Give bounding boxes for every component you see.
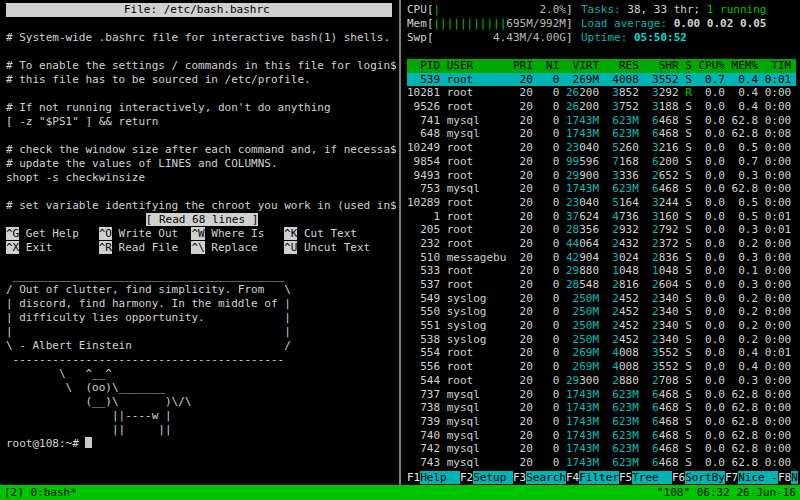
nano-shortcut-read-file: ^R Read File — [99, 241, 192, 255]
nano-line: # update the values of LINES and COLUMNS… — [6, 157, 398, 171]
nano-line — [6, 87, 398, 101]
spacer-row — [6, 255, 398, 269]
tmux-status-bar: [2] 0:bash* "108" 06:32 26-Jun-16 — [0, 485, 800, 500]
fnkey-f5-button[interactable]: F5Tree — [619, 471, 672, 484]
right-pane-htop[interactable]: CPU[| 2.0%] Mem[|||||||||||695M/992M] Sw… — [403, 0, 800, 485]
nano-shortcut-bar: ^G Get Help^O Write Out^W Where Is^K Cut… — [6, 227, 398, 255]
process-row[interactable]: 556 root 20 0 269M 4008 3552 S 0.0 0.4 0… — [407, 360, 796, 374]
process-row[interactable]: 753 mysql 20 0 1743M 623M 6468 S 0.0 62.… — [407, 182, 796, 196]
cowsay-line: \ - Albert Einstein / — [6, 339, 398, 353]
nano-line: # set variable identifying the chroot yo… — [6, 199, 398, 213]
nano-line — [6, 45, 398, 59]
process-row[interactable]: 550 syslog 20 0 250M 2452 2340 S 0.0 0.2… — [407, 305, 796, 319]
column-header-s[interactable]: S — [685, 59, 692, 72]
tmux-status-left: [2] 0:bash* — [4, 485, 77, 500]
fnkey-f6-button[interactable]: F6SortBy — [672, 471, 725, 484]
process-row[interactable]: 10289 root 20 0 23040 5164 3244 S 0.0 0.… — [407, 196, 796, 210]
tmux-pane-divider[interactable] — [399, 0, 401, 485]
nano-line — [6, 185, 398, 199]
meter-label: CPU — [407, 3, 427, 16]
column-header-mem[interactable]: MEM% — [732, 59, 759, 72]
shell-prompt: root@108:~# — [6, 437, 85, 450]
column-header-time[interactable]: TIM — [765, 59, 792, 72]
fnkey-f8-button[interactable]: F8N — [778, 471, 798, 484]
nano-line: shopt -s checkwinsize — [6, 171, 398, 185]
column-header-ni[interactable]: NI — [539, 59, 559, 72]
cowsay-line: (__)\ )\/\ — [6, 395, 398, 409]
column-header-shr[interactable]: SHR — [645, 59, 678, 72]
terminal-screen: GNU nano 2.5.3 File: /etc/bash.bashrc # … — [0, 0, 800, 500]
process-row[interactable]: 510 messagebu 20 0 42904 3024 2836 S 0.0… — [407, 251, 796, 265]
process-row[interactable]: 738 mysql 20 0 1743M 623M 6468 S 0.0 62.… — [407, 401, 796, 415]
cowsay-line: | discord, find harmony. In the middle o… — [6, 297, 398, 311]
process-table-header[interactable]: PID USER PRI NI VIRT RES SHR S CPU% MEM%… — [407, 59, 796, 73]
shortcut-key-icon: ^U — [284, 241, 297, 254]
process-row[interactable]: 10249 root 20 0 23040 5260 3216 S 0.0 0.… — [407, 141, 796, 155]
column-header-user[interactable]: USER — [447, 59, 507, 72]
process-row[interactable]: 232 root 20 0 44064 2432 2372 S 0.0 0.2 … — [407, 237, 796, 251]
fnkey-f3-button[interactable]: F3Search — [513, 471, 566, 484]
htop-header-area: CPU[| 2.0%] Mem[|||||||||||695M/992M] Sw… — [407, 3, 800, 59]
shortcut-key-icon: ^\ — [191, 241, 204, 254]
process-row[interactable]: 551 syslog 20 0 250M 2452 2340 S 0.0 0.2… — [407, 319, 796, 333]
process-row[interactable]: 741 mysql 20 0 1743M 623M 6468 S 0.0 62.… — [407, 114, 796, 128]
process-row[interactable]: 1 root 20 0 37624 4736 3160 S 0.0 0.5 0:… — [407, 210, 796, 224]
nano-line: [ -z "$PS1" ] && return — [6, 115, 398, 129]
nano-shortcut-get-help: ^G Get Help — [6, 227, 99, 241]
process-row[interactable]: 9493 root 20 0 29900 3336 2652 S 0.0 0.3… — [407, 169, 796, 183]
nano-shortcut-where-is: ^W Where Is — [191, 227, 284, 241]
process-row[interactable]: 533 root 20 0 29880 1048 1048 S 0.0 0.1 … — [407, 264, 796, 278]
process-row[interactable]: 740 mysql 20 0 1743M 623M 6468 S 0.0 62.… — [407, 429, 796, 443]
load-average-label: Load average: — [581, 17, 674, 30]
column-header-virt[interactable]: VIRT — [566, 59, 599, 72]
cowsay-line: / Out of clutter, find simplicity. From … — [6, 283, 398, 297]
process-row[interactable]: 554 root 20 0 269M 4008 3552 S 0.0 0.4 0… — [407, 346, 796, 360]
process-row[interactable]: 739 mysql 20 0 1743M 623M 6468 S 0.0 62.… — [407, 415, 796, 429]
column-header-res[interactable]: RES — [606, 59, 639, 72]
fnkey-f1-button[interactable]: F1Help — [407, 471, 460, 484]
meter-value: 695M/992M — [506, 17, 566, 30]
shortcut-key-icon: ^K — [284, 227, 297, 240]
nano-app-title: GNU nano 2.5.3 — [46, 17, 152, 30]
process-row[interactable]: 544 root 20 0 29300 2880 2708 S 0.0 0.3 … — [407, 374, 796, 388]
process-row[interactable]: 9854 root 20 0 99596 7168 6200 S 0.0 0.7… — [407, 155, 796, 169]
process-row[interactable]: 737 mysql 20 0 1743M 623M 6468 S 0.0 62.… — [407, 388, 796, 402]
nano-line — [6, 129, 398, 143]
shortcut-key-icon: ^X — [6, 241, 19, 254]
nano-shortcut-row: ^X Exit^R Read File^\ Replace^U Uncut Te… — [6, 241, 398, 255]
left-pane-nano-shell[interactable]: GNU nano 2.5.3 File: /etc/bash.bashrc # … — [0, 0, 398, 485]
process-row[interactable]: 537 root 20 0 28548 2816 2604 S 0.0 0.3 … — [407, 278, 796, 292]
shell-prompt-row: root@108:~# — [6, 437, 398, 451]
nano-titlebar: GNU nano 2.5.3 File: /etc/bash.bashrc — [6, 3, 392, 17]
nano-shortcut-replace: ^\ Replace — [191, 241, 284, 255]
nano-line: # this file has to be sourced in /etc/pr… — [6, 73, 398, 87]
process-row[interactable]: 10281 root 20 0 26200 3852 3292 R 0.0 0.… — [407, 86, 796, 100]
process-row[interactable]: 743 mysql 20 0 1743M 623M 6468 S 0.0 62.… — [407, 456, 796, 470]
process-row[interactable]: 539 root 20 0 269M 4008 3552 S 0.7 0.4 0… — [407, 73, 796, 87]
column-header-cpu[interactable]: CPU% — [698, 59, 725, 72]
process-row[interactable]: 9526 root 20 0 26200 3752 3188 S 0.0 0.4… — [407, 100, 796, 114]
nano-buffer: # System-wide .bashrc file for interacti… — [6, 17, 398, 213]
meter-label: Swp — [407, 31, 427, 44]
fnkey-f2-button[interactable]: F2Setup — [460, 471, 513, 484]
nano-line: # System-wide .bashrc file for interacti… — [6, 31, 398, 45]
process-row[interactable]: 549 syslog 20 0 250M 2452 2340 S 0.0 0.2… — [407, 292, 796, 306]
process-row[interactable]: 205 root 20 0 28356 2932 2792 S 0.0 0.3 … — [407, 223, 796, 237]
nano-line: # check the window size after each comma… — [6, 143, 398, 157]
cowsay-line: ||----w | — [6, 409, 398, 423]
fnkey-f7-button[interactable]: F7Nice - — [725, 471, 778, 484]
tasks-value: 38, 33 thr; — [627, 3, 706, 16]
uptime-value: 05:50:52 — [634, 31, 687, 44]
nano-status-row: [ Read 68 lines ] — [6, 213, 398, 227]
process-row[interactable]: 538 syslog 20 0 250M 2452 2340 S 0.0 0.2… — [407, 333, 796, 347]
cowsay-output: ________________________________________… — [6, 269, 398, 437]
column-header-pid[interactable]: PID — [407, 59, 440, 72]
process-row[interactable]: 742 mysql 20 0 1743M 623M 6468 S 0.0 62.… — [407, 442, 796, 456]
tasks-line: Tasks: 38, 33 thr; 1 running — [581, 3, 766, 17]
process-row[interactable]: 648 mysql 20 0 1743M 623M 6468 S 0.0 62.… — [407, 127, 796, 141]
column-header-pri[interactable]: PRI — [513, 59, 533, 72]
function-key-bar: F1Help F2Setup F3SearchF4FilterF5Tree F6… — [407, 471, 798, 485]
tmux-window-tab[interactable]: 0:bash* — [31, 486, 77, 499]
fnkey-f4-button[interactable]: F4Filter — [566, 471, 619, 484]
nano-shortcut-write-out: ^O Write Out — [99, 227, 192, 241]
